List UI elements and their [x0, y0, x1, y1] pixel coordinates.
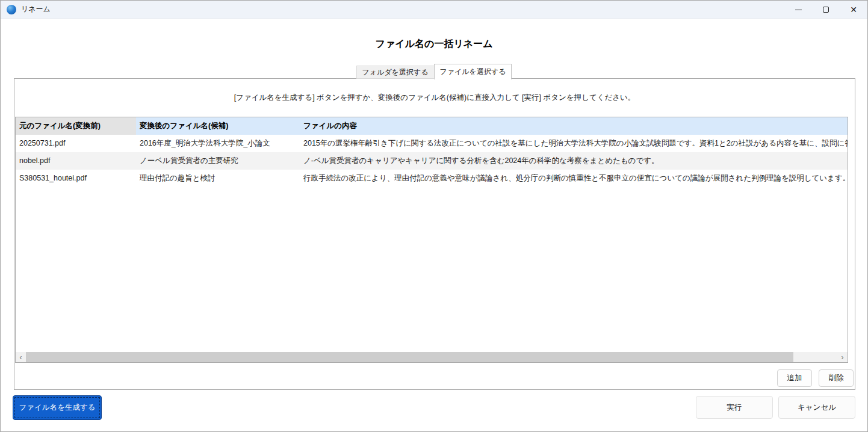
maximize-button[interactable] [812, 1, 840, 19]
window-title: リネーム [21, 4, 51, 14]
file-table: 元のファイル名(変換前) 変換後のファイル名(候補) ファイルの内容 20250… [15, 117, 848, 363]
close-button[interactable]: ✕ [840, 1, 867, 19]
app-window: リネーム ✕ ファイル名の一括リネーム フォルダを選択する ファイルを選択する … [0, 0, 868, 432]
add-button[interactable]: 追加 [777, 369, 812, 387]
tab-select-file[interactable]: ファイルを選択する [434, 64, 512, 79]
column-header-file-content[interactable]: ファイルの内容 [300, 117, 848, 135]
tab-label: ファイルを選択する [440, 67, 506, 77]
cell-file-content[interactable]: 行政手続法の改正により、理由付記の意義や意味が議論され、処分庁の判断の慎重性と不… [300, 170, 848, 187]
window-controls: ✕ [784, 1, 867, 19]
execute-button[interactable]: 実行 [696, 396, 773, 419]
scrollbar-thumb[interactable] [26, 352, 793, 362]
column-header-original-name[interactable]: 元のファイル名(変換前) [16, 117, 136, 135]
cell-original-name[interactable]: S380531_houtei.pdf [16, 170, 136, 187]
cancel-button[interactable]: キャンセル [778, 396, 855, 419]
tab-bar: フォルダを選択する ファイルを選択する [1, 63, 867, 79]
column-header-new-name[interactable]: 変換後のファイル名(候補) [136, 117, 300, 135]
app-icon [7, 5, 16, 14]
cell-original-name[interactable]: 20250731.pdf [16, 135, 136, 152]
tab-select-folder[interactable]: フォルダを選択する [356, 66, 434, 79]
cell-file-content[interactable]: ノ-ベル賞受賞者のキャリアやキャリアに関する分析を含む2024年の科学的な考察を… [300, 152, 848, 170]
cell-original-name[interactable]: nobel.pdf [16, 152, 136, 170]
titlebar: リネーム ✕ [1, 1, 867, 19]
tab-label: フォルダを選択する [362, 67, 429, 78]
page-title: ファイル名の一括リネーム [1, 38, 867, 51]
table-row[interactable]: nobel.pdf ノーベル賞受賞者の主要研究 ノ-ベル賞受賞者のキャリアやキャ… [16, 152, 848, 170]
table-header-row: 元のファイル名(変換前) 変換後のファイル名(候補) ファイルの内容 [16, 117, 848, 135]
cell-new-name[interactable]: ノーベル賞受賞者の主要研究 [136, 152, 300, 170]
generate-filenames-button[interactable]: ファイル名を生成する [13, 395, 102, 420]
minimize-button[interactable] [784, 1, 812, 19]
cell-new-name[interactable]: 理由付記の趣旨と検討 [136, 170, 300, 187]
scroll-right-arrow-icon[interactable]: › [837, 352, 848, 362]
maximize-icon [823, 7, 829, 13]
horizontal-scrollbar[interactable]: ‹ › [16, 352, 848, 362]
table-row[interactable]: S380531_houtei.pdf 理由付記の趣旨と検討 行政手続法の改正によ… [16, 170, 848, 187]
tab-content-panel: [ファイル名を生成する] ボタンを押すか、変換後のファイル名(候補)に直接入力し… [14, 78, 855, 390]
minimize-icon [795, 10, 802, 10]
cell-new-name[interactable]: 2016年度_明治大学法科大学院_小論文 [136, 135, 300, 152]
table-row[interactable]: 20250731.pdf 2016年度_明治大学法科大学院_小論文 2015年の… [16, 135, 848, 152]
cell-file-content[interactable]: 2015年の選挙権年齢引き下げに関する法改正についての社説を基にした明治大学法科… [300, 135, 848, 152]
instruction-text: [ファイル名を生成する] ボタンを押すか、変換後のファイル名(候補)に直接入力し… [14, 93, 855, 103]
close-icon: ✕ [850, 5, 857, 14]
delete-button[interactable]: 削除 [819, 369, 854, 387]
scroll-left-arrow-icon[interactable]: ‹ [16, 352, 26, 362]
